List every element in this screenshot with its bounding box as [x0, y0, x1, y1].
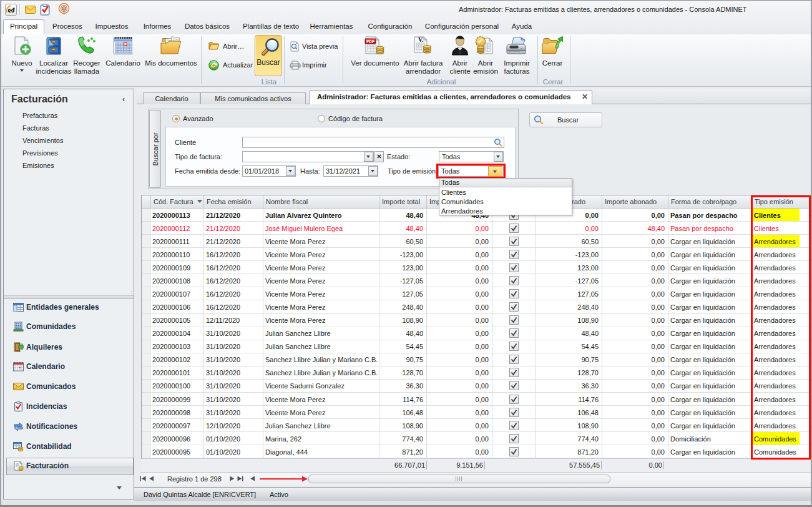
svg-text:PDF: PDF	[366, 39, 374, 44]
svg-text:V.: V.	[418, 36, 424, 43]
